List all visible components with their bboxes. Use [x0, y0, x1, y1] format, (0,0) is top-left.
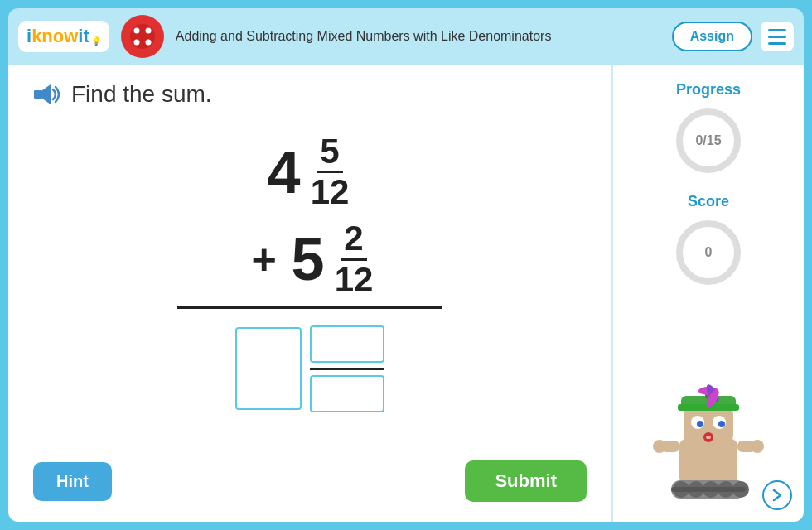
question-text: Find the sum. — [71, 81, 212, 108]
menu-button[interactable] — [761, 22, 794, 51]
svg-point-2 — [145, 28, 151, 34]
speaker-button[interactable] — [33, 83, 63, 106]
left-panel: Find the sum. 4 5 12 + 5 2 — [8, 65, 613, 522]
answer-denominator-input[interactable] — [310, 375, 384, 412]
hint-button[interactable]: Hint — [33, 462, 112, 501]
submit-button[interactable]: Submit — [465, 460, 587, 502]
answer-area — [235, 325, 384, 412]
progress-section: Progress 0/15 — [671, 81, 746, 178]
svg-point-0 — [130, 24, 155, 49]
next-button[interactable] — [762, 480, 792, 510]
svg-rect-35 — [671, 487, 746, 492]
number2-denominator: 12 — [331, 261, 377, 299]
answer-numerator-input[interactable] — [310, 325, 384, 363]
svg-point-15 — [697, 421, 703, 427]
score-value: 0 — [705, 245, 713, 260]
progress-circle: 0/15 — [671, 104, 746, 178]
score-circle: 0 — [671, 215, 746, 290]
question-header: Find the sum. — [33, 81, 587, 108]
bottom-buttons: Hint Submit — [33, 450, 587, 505]
math-problem: 4 5 12 + 5 2 12 — [33, 124, 587, 450]
svg-rect-11 — [679, 439, 737, 484]
logo-text: iknowit — [27, 26, 89, 47]
hamburger-line-3 — [768, 42, 786, 45]
progress-label: Progress — [676, 81, 741, 99]
svg-point-1 — [133, 28, 139, 34]
character-area — [646, 305, 771, 505]
number1-numerator: 5 — [317, 132, 342, 173]
svg-point-16 — [718, 421, 725, 427]
activity-title: Adding and Subtracting Mixed Numbers wit… — [176, 28, 660, 46]
top-bar: iknowit 💡 Adding and Subtracting Mixed N… — [8, 8, 804, 65]
score-section: Score 0 — [671, 193, 746, 290]
number2-row: + 5 2 12 — [244, 219, 377, 298]
hamburger-line-1 — [768, 29, 786, 31]
number1-whole: 4 — [268, 142, 301, 202]
answer-fraction-inputs — [310, 325, 384, 412]
arrow-right-icon — [770, 488, 785, 503]
right-panel: Progress 0/15 Score 0 — [613, 65, 804, 522]
speaker-icon — [34, 83, 62, 106]
number1-row: 4 5 12 — [268, 132, 353, 211]
svg-point-3 — [133, 40, 139, 46]
answer-whole-input[interactable] — [235, 327, 302, 410]
svg-point-4 — [145, 40, 151, 46]
top-right-controls: Assign — [672, 22, 794, 51]
operator-symbol: + — [244, 234, 285, 284]
svg-marker-6 — [42, 84, 51, 104]
number2-numerator: 2 — [341, 219, 366, 260]
svg-point-27 — [653, 440, 666, 453]
svg-rect-5 — [34, 90, 42, 99]
equation-divider — [177, 306, 442, 309]
svg-point-28 — [751, 440, 764, 453]
assign-button[interactable]: Assign — [672, 22, 752, 51]
activity-icon — [121, 15, 164, 58]
logo: iknowit 💡 — [18, 21, 109, 52]
main-area: Find the sum. 4 5 12 + 5 2 — [8, 65, 804, 522]
logo-bulb-icon: 💡 — [91, 36, 101, 46]
dice-icon — [128, 22, 157, 51]
app-container: iknowit 💡 Adding and Subtracting Mixed N… — [0, 0, 812, 530]
robot-character — [646, 373, 771, 505]
number2-whole: 5 — [292, 229, 325, 289]
number2-fraction: 2 12 — [331, 219, 377, 298]
progress-value: 0/15 — [695, 133, 721, 148]
hamburger-line-2 — [768, 36, 786, 38]
number1-denominator: 12 — [307, 173, 353, 211]
number1-fraction: 5 12 — [307, 132, 353, 211]
answer-fraction-divider — [310, 368, 384, 370]
score-label: Score — [688, 193, 729, 210]
svg-rect-18 — [706, 436, 711, 439]
